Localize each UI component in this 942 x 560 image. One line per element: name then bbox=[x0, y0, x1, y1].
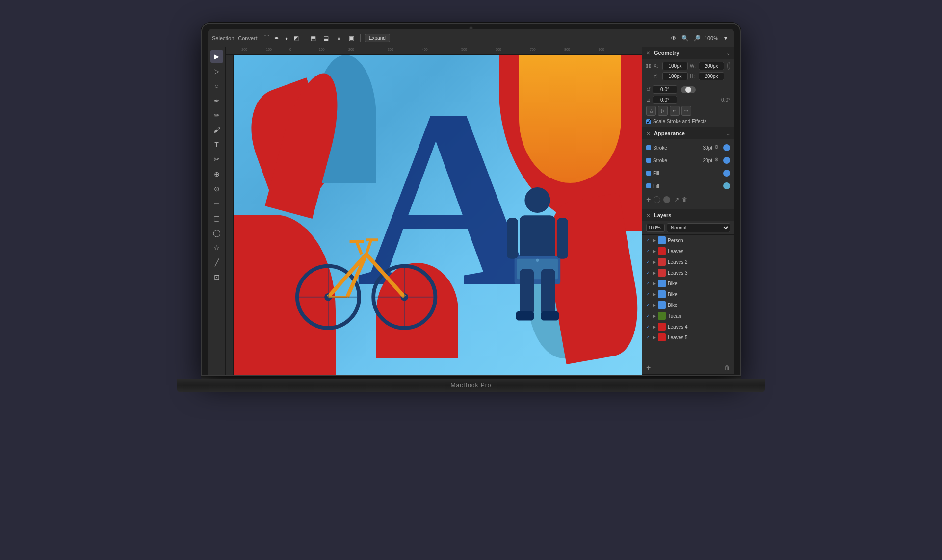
stroke2-settings-btn[interactable]: ⚙ bbox=[714, 157, 721, 164]
artboard-tool[interactable]: ⊡ bbox=[210, 271, 223, 283]
layers-delete-btn[interactable]: 🗑 bbox=[724, 364, 730, 371]
ellipse-tool[interactable]: ◯ bbox=[210, 227, 223, 239]
shear-input[interactable] bbox=[653, 96, 677, 104]
layer-item[interactable]: ✓ ▶ Leaves 4 bbox=[642, 321, 734, 332]
layer-item[interactable]: ✓ ▶ Leaves 5 bbox=[642, 332, 734, 343]
appearance-expand-btn[interactable]: ⌄ bbox=[726, 131, 730, 136]
zoom-in-icon[interactable]: 🔎 bbox=[693, 34, 702, 43]
y-input[interactable] bbox=[662, 72, 688, 80]
layer-item[interactable]: ✓ ▶ Bike bbox=[642, 300, 734, 310]
zoom-out-icon[interactable]: 🔍 bbox=[681, 34, 690, 43]
node-tool-icon[interactable]: ⬧ bbox=[282, 34, 291, 43]
layer-name-7: Tucan bbox=[668, 313, 730, 319]
rotate-input[interactable] bbox=[653, 85, 677, 94]
appearance-arrow-btn[interactable]: ↗ bbox=[674, 196, 679, 203]
layer-expand-6[interactable]: ▶ bbox=[653, 303, 656, 307]
stroke2-color-swatch[interactable] bbox=[723, 157, 730, 164]
fill1-color-swatch[interactable] bbox=[723, 170, 730, 177]
layer-visibility-0[interactable]: ✓ bbox=[646, 238, 651, 243]
stroke1-color-swatch[interactable] bbox=[723, 144, 730, 151]
corner-tool-icon[interactable]: ◩ bbox=[292, 34, 301, 43]
appearance-add-btn[interactable]: + bbox=[646, 195, 651, 204]
opacity-input[interactable] bbox=[646, 224, 665, 232]
eyedropper-tool[interactable]: ⊕ bbox=[210, 168, 223, 180]
layer-expand-4[interactable]: ▶ bbox=[653, 281, 656, 286]
h-input[interactable] bbox=[699, 72, 724, 80]
stroke1-check[interactable] bbox=[646, 145, 651, 150]
layer-expand-0[interactable]: ▶ bbox=[653, 238, 656, 243]
scale-checkbox[interactable]: ✓ bbox=[646, 119, 651, 124]
layer-expand-1[interactable]: ▶ bbox=[653, 249, 656, 254]
appearance-close-btn[interactable]: ✕ bbox=[646, 131, 651, 136]
rounded-rect-tool[interactable]: ▢ bbox=[210, 212, 223, 225]
layer-visibility-7[interactable]: ✓ bbox=[646, 313, 651, 318]
appearance-fill-btn[interactable] bbox=[663, 196, 670, 203]
rotate-slider[interactable] bbox=[681, 86, 696, 93]
layer-item[interactable]: ✓ ▶ Bike bbox=[642, 278, 734, 289]
layer-expand-9[interactable]: ▶ bbox=[653, 335, 656, 340]
canvas-area[interactable]: -200 -100 0 100 200 300 400 500 600 700 … bbox=[226, 47, 642, 375]
mask-icon[interactable]: ▣ bbox=[347, 34, 356, 43]
align-left-icon[interactable]: ⬒ bbox=[309, 34, 318, 43]
shape-tool[interactable]: ○ bbox=[210, 79, 223, 92]
redo-btn[interactable]: ↪ bbox=[681, 106, 691, 116]
arc-tool-icon[interactable]: ⌒ bbox=[262, 34, 271, 43]
layer-visibility-8[interactable]: ✓ bbox=[646, 324, 651, 329]
fill1-check[interactable] bbox=[646, 171, 651, 176]
layer-visibility-3[interactable]: ✓ bbox=[646, 270, 651, 275]
scissors-tool[interactable]: ✂ bbox=[210, 153, 223, 166]
layers-close-btn[interactable]: ✕ bbox=[646, 213, 651, 218]
layer-visibility-4[interactable]: ✓ bbox=[646, 281, 651, 286]
brush-tool[interactable]: 🖌 bbox=[210, 124, 223, 136]
layer-visibility-9[interactable]: ✓ bbox=[646, 335, 651, 340]
svg-rect-23 bbox=[516, 311, 534, 320]
layer-item[interactable]: ✓ ▶ Leaves 2 bbox=[642, 256, 734, 267]
preview-icon[interactable]: 👁 bbox=[669, 34, 678, 43]
layer-expand-7[interactable]: ▶ bbox=[653, 314, 656, 318]
text-tool[interactable]: T bbox=[210, 138, 223, 151]
layer-expand-2[interactable]: ▶ bbox=[653, 260, 656, 264]
pen-tool[interactable]: ✒ bbox=[210, 94, 223, 107]
pen-tool-icon[interactable]: ✒ bbox=[272, 34, 281, 43]
flip-vertical-btn[interactable]: ▷ bbox=[658, 106, 668, 116]
zoom-dropdown-icon[interactable]: ▾ bbox=[721, 34, 730, 43]
stroke1-settings-btn[interactable]: ⚙ bbox=[714, 144, 721, 151]
layer-visibility-2[interactable]: ✓ bbox=[646, 259, 651, 264]
x-input[interactable] bbox=[662, 62, 688, 70]
layer-item[interactable]: ✓ ▶ Leaves bbox=[642, 246, 734, 256]
w-input[interactable] bbox=[699, 62, 724, 70]
pencil-tool[interactable]: ✏ bbox=[210, 109, 223, 122]
expand-button[interactable]: Expand bbox=[365, 34, 390, 42]
layer-item[interactable]: ✓ ▶ Bike bbox=[642, 289, 734, 300]
layer-expand-8[interactable]: ▶ bbox=[653, 325, 656, 329]
flip-horizontal-btn[interactable]: △ bbox=[646, 106, 656, 116]
select-tool[interactable]: ▶ bbox=[210, 50, 223, 63]
layer-name-5: Bike bbox=[668, 292, 730, 297]
align-icon[interactable]: ≡ bbox=[335, 34, 343, 43]
layer-visibility-1[interactable]: ✓ bbox=[646, 249, 651, 254]
layer-visibility-6[interactable]: ✓ bbox=[646, 303, 651, 307]
layer-item[interactable]: ✓ ▶ Person bbox=[642, 235, 734, 246]
layer-item[interactable]: ✓ ▶ Leaves 3 bbox=[642, 267, 734, 278]
geometry-close-btn[interactable]: ✕ bbox=[646, 51, 651, 55]
undo-btn[interactable]: ↩ bbox=[670, 106, 680, 116]
blend-mode-select[interactable]: Normal bbox=[667, 223, 730, 232]
distribute-icon[interactable]: ⬓ bbox=[322, 34, 331, 43]
layer-expand-5[interactable]: ▶ bbox=[653, 292, 656, 297]
layer-expand-3[interactable]: ▶ bbox=[653, 271, 656, 275]
fill2-check[interactable] bbox=[646, 183, 651, 188]
star-tool[interactable]: ☆ bbox=[210, 241, 223, 254]
layers-add-btn[interactable]: + bbox=[646, 363, 651, 372]
rectangle-tool[interactable]: ▭ bbox=[210, 197, 223, 210]
line-tool[interactable]: ╱ bbox=[210, 256, 223, 269]
appearance-circle-btn[interactable] bbox=[654, 196, 660, 203]
stroke2-check[interactable] bbox=[646, 158, 651, 163]
zoom-tool[interactable]: ⊙ bbox=[210, 182, 223, 195]
fill2-color-swatch[interactable] bbox=[723, 182, 730, 189]
appearance-delete-btn[interactable]: 🗑 bbox=[682, 196, 688, 203]
geometry-expand-btn[interactable]: ⌄ bbox=[726, 51, 730, 56]
layer-item[interactable]: ✓ ▶ Tucan bbox=[642, 310, 734, 321]
link-proportions-btn[interactable] bbox=[727, 62, 730, 70]
direct-select-tool[interactable]: ▷ bbox=[210, 65, 223, 77]
layer-visibility-5[interactable]: ✓ bbox=[646, 292, 651, 297]
